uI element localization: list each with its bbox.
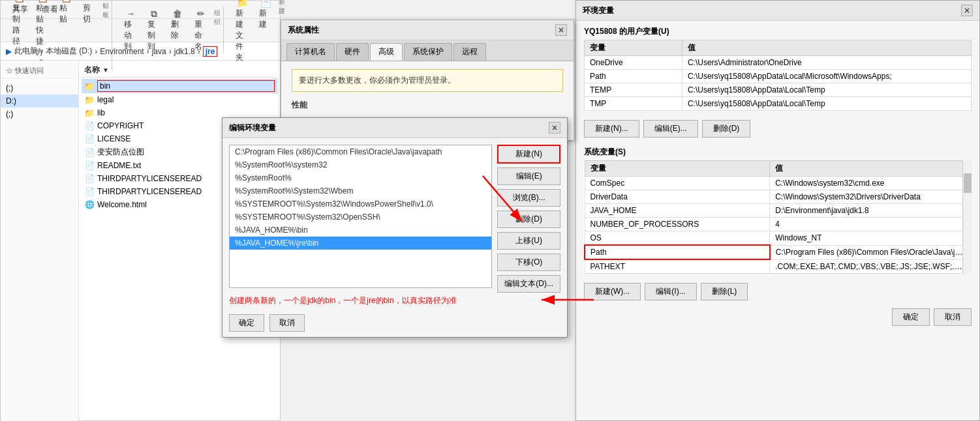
- admin-notice: 要进行大多数更改，你必须作为管理员登录。: [292, 69, 563, 92]
- sys-props-close[interactable]: ×: [555, 24, 567, 36]
- env-confirm-btn[interactable]: 确定: [229, 314, 264, 332]
- sys-var-pathext[interactable]: PATHEXT .COM;.EXE;.BAT;.CMD;.VBS;.VBE;.J…: [585, 259, 972, 274]
- new-file-btn[interactable]: 📄 新建: [255, 0, 276, 65]
- sys-edit-btn[interactable]: 编辑(I)...: [645, 283, 696, 300]
- user-new-btn[interactable]: 新建(N)...: [584, 120, 639, 138]
- env-action-buttons: 新建(N) 编辑(E) 浏览(B)... 删除(D) 上移(U) 下移(O) 编…: [497, 145, 560, 293]
- env-vars-ok-btn[interactable]: 确定: [892, 308, 930, 326]
- sys-var-path[interactable]: Path C:\Program Files (x86)\Common Files…: [585, 245, 972, 259]
- env-item-3[interactable]: %SystemRoot%\System32\Wbem: [230, 184, 491, 197]
- cut-btn[interactable]: ✂ 剪切: [79, 0, 100, 70]
- env-item-5[interactable]: %SYSTEMROOT%\System32\OpenSSH\: [230, 210, 491, 224]
- user-var-tmp-name: TMP: [585, 97, 682, 111]
- new-folder-btn[interactable]: 📁 新建文件夹: [232, 0, 253, 65]
- user-var-onedrive-name: OneDrive: [585, 56, 682, 70]
- column-name[interactable]: 名称 ▼: [82, 63, 277, 78]
- user-var-onedrive[interactable]: OneDrive C:\Users\Administrator\OneDrive: [585, 56, 972, 70]
- sys-props-titlebar: 系统属性 ×: [281, 20, 574, 40]
- user-var-path[interactable]: Path C:\Users\yq15808\AppData\Local\Micr…: [585, 70, 972, 83]
- move-to-icon: →: [124, 8, 137, 19]
- sys-var-driverdata[interactable]: DriverData C:\Windows\System32\Drivers\D…: [585, 190, 972, 204]
- edit-env-close[interactable]: ×: [549, 122, 560, 134]
- sys-var-driverdata-value: C:\Windows\System32\Drivers\DriverData: [770, 190, 972, 204]
- doc-icon-thirdparty1: 📄: [84, 173, 95, 184]
- user-vars-btns: 新建(N)... 编辑(E)... 删除(D): [576, 116, 979, 141]
- user-edit-btn[interactable]: 编辑(E)...: [643, 120, 698, 138]
- env-vars-close[interactable]: ×: [961, 5, 973, 16]
- perf-section-title: 性能: [292, 100, 563, 111]
- sidebar-item-e[interactable]: (;): [1, 108, 78, 121]
- delete-icon: 🗑: [171, 8, 184, 19]
- folder-icon-lib: 📁: [84, 108, 95, 118]
- sys-var-java-home[interactable]: JAVA_HOME D:\Environment\java\jdk1.8: [585, 204, 972, 218]
- copy-path-btn[interactable]: 📋 复制路径: [8, 0, 29, 70]
- tab-computer-name[interactable]: 计算机名: [286, 43, 335, 61]
- sort-arrow: ▼: [102, 66, 109, 74]
- sidebar-item-c[interactable]: (;): [1, 81, 78, 94]
- sys-var-java-home-value: D:\Environment\java\jdk1.8: [770, 204, 972, 218]
- env-item-4[interactable]: %SYSTEMROOT%\System32\WindowsPowerShell\…: [230, 197, 491, 210]
- crumb-disk[interactable]: 本地磁盘 (D:): [46, 46, 92, 57]
- crumb-pc[interactable]: ▶: [6, 47, 12, 56]
- sys-delete-btn[interactable]: 删除(L): [701, 283, 748, 300]
- paste-btn[interactable]: 📋 粘贴: [55, 0, 76, 70]
- sys-vars-btns: 新建(W)... 编辑(I)... 删除(L): [576, 279, 979, 304]
- crumb-jdk[interactable]: jdk1.8: [174, 47, 195, 56]
- env-new-btn[interactable]: 新建(N): [497, 145, 560, 164]
- sys-var-comspec[interactable]: ComSpec C:\Windows\system32\cmd.exe: [585, 177, 972, 190]
- env-edit-btn[interactable]: 编辑(E): [497, 167, 560, 185]
- sys-new-btn[interactable]: 新建(W)...: [584, 283, 641, 300]
- sidebar: ☆ 快速访问 (;) D:) (;): [1, 61, 79, 421]
- sidebar-pin: ☆ 快速访问: [1, 63, 78, 79]
- sys-vars-table: 变量 值 ComSpec C:\Windows\system32\cmd.exe…: [584, 160, 972, 274]
- sys-vars-scrollbar[interactable]: [962, 160, 972, 274]
- rename-icon: ✏: [194, 8, 207, 19]
- tab-remote[interactable]: 远程: [453, 43, 486, 61]
- env-variable-list[interactable]: C:\Program Files (x86)\Common Files\Orac…: [229, 145, 492, 288]
- tab-advanced[interactable]: 高级: [370, 43, 403, 61]
- crumb-jre[interactable]: jre: [203, 46, 218, 57]
- user-var-tmp[interactable]: TMP C:\Users\yq15808\AppData\Local\Temp: [585, 97, 972, 111]
- sys-var-os-value: Windows_NT: [770, 231, 972, 246]
- env-cancel-btn[interactable]: 取消: [269, 314, 305, 332]
- env-vars-cancel-btn[interactable]: 取消: [934, 308, 972, 326]
- tab-hardware[interactable]: 硬件: [336, 43, 369, 61]
- sys-var-java-home-name: JAVA_HOME: [585, 204, 770, 218]
- crumb-env[interactable]: Environment: [100, 47, 144, 56]
- crumb-java[interactable]: java: [152, 47, 166, 56]
- sys-var-os-name: OS: [585, 231, 770, 246]
- tab-system-protection[interactable]: 系统保护: [404, 43, 452, 61]
- user-var-onedrive-value: C:\Users\Administrator\OneDrive: [682, 56, 971, 70]
- user-var-temp-value: C:\Users\yq15808\AppData\Local\Temp: [682, 83, 971, 97]
- env-item-7[interactable]: %JAVA_HOME%\jre\bin: [230, 237, 491, 250]
- file-item-bin[interactable]: 📁 bin: [82, 79, 277, 93]
- env-down-btn[interactable]: 下移(O): [497, 254, 560, 271]
- sys-var-os[interactable]: OS Windows_NT: [585, 231, 972, 246]
- env-up-btn[interactable]: 上移(U): [497, 232, 560, 250]
- env-item-0[interactable]: C:\Program Files (x86)\Common Files\Orac…: [230, 145, 491, 158]
- env-item-2[interactable]: %SystemRoot%: [230, 171, 491, 184]
- sys-var-driverdata-name: DriverData: [585, 190, 770, 204]
- file-item-legal[interactable]: 📁 legal: [82, 93, 277, 106]
- doc-icon-license: 📄: [84, 134, 95, 144]
- env-delete-btn[interactable]: 删除(D): [497, 210, 560, 228]
- edit-env-titlebar: 编辑环境变量 ×: [222, 118, 567, 138]
- env-vars-window: 环境变量 × YQ15808 的用户变量(U) 变量 值 OneDrive C:…: [575, 0, 980, 421]
- env-item-1[interactable]: %SystemRoot%\system32: [230, 158, 491, 171]
- doc-icon-copyright: 📄: [84, 121, 95, 131]
- user-var-temp[interactable]: TEMP C:\Users\yq15808\AppData\Local\Temp: [585, 83, 972, 97]
- sys-var-processors[interactable]: NUMBER_OF_PROCESSORS 4: [585, 218, 972, 231]
- sidebar-item-d[interactable]: D:): [1, 94, 78, 108]
- user-col-name: 变量: [585, 40, 682, 56]
- env-browse-btn[interactable]: 浏览(B)...: [497, 189, 560, 207]
- file-name-lib: lib: [97, 108, 275, 117]
- new-folder-icon: 📁: [236, 0, 249, 8]
- paste-shortcut-btn[interactable]: 📋 粘贴快捷方式: [32, 0, 53, 70]
- env-edit-text-btn[interactable]: 编辑文本(D)...: [497, 275, 560, 293]
- crumb-pc-label[interactable]: 此电脑: [14, 46, 38, 57]
- html-icon-welcome: 🌐: [84, 199, 95, 210]
- user-delete-btn[interactable]: 删除(D): [702, 120, 751, 138]
- env-item-6[interactable]: %JAVA_HOME%\bin: [230, 224, 491, 237]
- edit-env-title: 编辑环境变量: [229, 123, 276, 134]
- sys-col-value: 值: [770, 161, 972, 177]
